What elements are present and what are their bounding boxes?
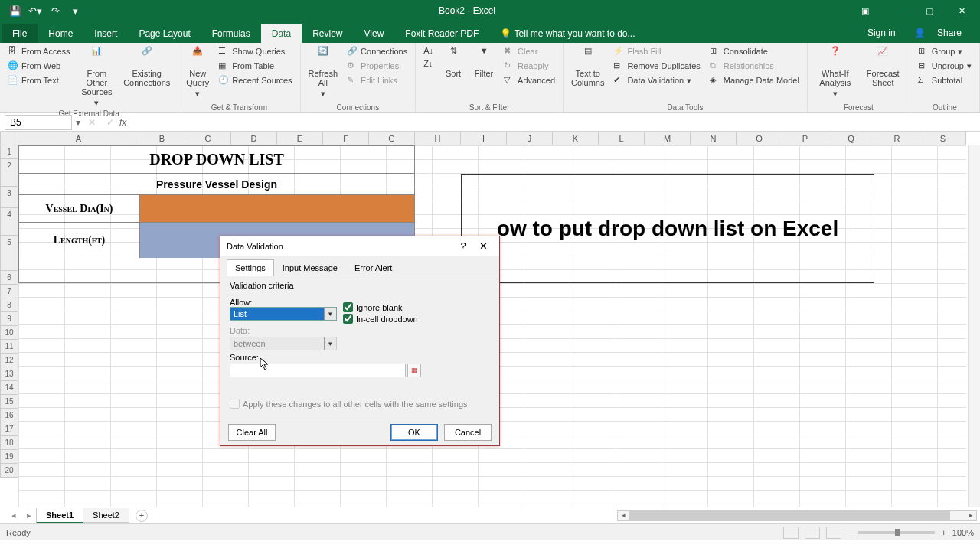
fx-icon[interactable]: fx	[119, 117, 135, 128]
text-box-note[interactable]: ow to put drop down list on Excel	[461, 174, 874, 283]
col-header-N[interactable]: N	[691, 132, 737, 145]
row-header-11[interactable]: 11	[0, 340, 18, 354]
whatif-button[interactable]: ❓What-If Analysis▾	[812, 44, 858, 99]
col-header-J[interactable]: J	[507, 132, 553, 145]
existing-connections-button[interactable]: 🔗Existing Connections	[120, 44, 173, 89]
undo-button[interactable]: ↶▾	[26, 2, 44, 19]
row-header-6[interactable]: 6	[0, 271, 18, 285]
tab-file[interactable]: File	[2, 24, 38, 43]
manage-data-model-button[interactable]: ◈Manage Data Model	[707, 73, 802, 87]
col-header-O[interactable]: O	[737, 132, 782, 145]
from-text-button[interactable]: 📄From Text	[5, 73, 74, 87]
clear-all-button[interactable]: Clear All	[228, 424, 276, 441]
sheet-tab-sheet1[interactable]: Sheet1	[36, 508, 83, 523]
row-header-18[interactable]: 18	[0, 436, 18, 450]
name-box-dropdown[interactable]: ▾	[74, 117, 83, 128]
apply-changes-checkbox[interactable]: Apply these changes to all other cells w…	[230, 399, 468, 409]
row-header-4[interactable]: 4	[0, 208, 18, 236]
row-header-17[interactable]: 17	[0, 422, 18, 436]
col-header-M[interactable]: M	[645, 132, 691, 145]
row-header-1[interactable]: 1	[0, 145, 18, 159]
select-all-corner[interactable]	[0, 132, 18, 145]
qat-customize[interactable]: ▾	[66, 2, 84, 19]
view-normal-button[interactable]	[783, 527, 799, 539]
dialog-tab-error-alert[interactable]: Error Alert	[346, 259, 401, 276]
cancel-formula-icon[interactable]: ✕	[83, 117, 101, 128]
col-header-R[interactable]: R	[874, 132, 920, 145]
row-header-2[interactable]: 2	[0, 159, 18, 187]
vertical-scrollbar[interactable]	[968, 145, 980, 507]
col-header-K[interactable]: K	[553, 132, 599, 145]
row-header-7[interactable]: 7	[0, 285, 18, 298]
properties-button[interactable]: ⚙Properties	[344, 59, 410, 73]
row-header-13[interactable]: 13	[0, 367, 18, 381]
enter-formula-icon[interactable]: ✓	[101, 117, 119, 128]
share-button[interactable]: 👤 Share	[905, 23, 980, 43]
connections-button[interactable]: 🔗Connections	[344, 44, 410, 58]
row-header-5[interactable]: 5	[0, 236, 18, 271]
sheet-tab-sheet2[interactable]: Sheet2	[83, 508, 129, 523]
tab-foxit[interactable]: Foxit Reader PDF	[394, 24, 489, 43]
sort-za-button[interactable]: Z↓	[420, 57, 436, 70]
col-header-F[interactable]: F	[323, 132, 369, 145]
col-header-I[interactable]: I	[461, 132, 507, 145]
horizontal-scrollbar[interactable]: ◂▸	[617, 510, 977, 521]
close-window-button[interactable]: ✕	[946, 0, 977, 21]
cell-subtitle[interactable]: Pressure Vessel Design	[19, 174, 414, 195]
view-page-layout-button[interactable]	[805, 527, 820, 539]
zoom-out-button[interactable]: −	[848, 528, 852, 537]
dialog-help-button[interactable]: ?	[453, 238, 473, 255]
row-header-19[interactable]: 19	[0, 450, 18, 464]
sort-button[interactable]: ⇅Sort	[439, 44, 467, 80]
text-to-columns-button[interactable]: ▤Text to Columns	[568, 44, 607, 89]
col-header-C[interactable]: C	[185, 132, 231, 145]
sheet-nav-next[interactable]: ▸	[21, 510, 37, 520]
tab-page-layout[interactable]: Page Layout	[128, 24, 201, 43]
row-header-3[interactable]: 3	[0, 187, 18, 208]
col-header-L[interactable]: L	[599, 132, 645, 145]
from-web-button[interactable]: 🌐From Web	[5, 59, 74, 73]
col-header-S[interactable]: S	[920, 132, 966, 145]
row-header-16[interactable]: 16	[0, 409, 18, 422]
row-header-12[interactable]: 12	[0, 354, 18, 367]
add-sheet-button[interactable]: +	[136, 510, 148, 522]
filter-button[interactable]: ▼Filter	[470, 44, 498, 80]
recent-sources-button[interactable]: 🕘Recent Sources	[215, 73, 295, 87]
minimize-button[interactable]: ─	[882, 0, 913, 21]
from-table-button[interactable]: ▦From Table	[215, 59, 295, 73]
tab-insert[interactable]: Insert	[83, 24, 128, 43]
save-button[interactable]: 💾	[6, 2, 24, 19]
from-other-sources-button[interactable]: 📊From Other Sources▾	[77, 44, 118, 109]
relationships-button[interactable]: ⧉Relationships	[707, 59, 802, 73]
col-header-B[interactable]: B	[139, 132, 185, 145]
remove-duplicates-button[interactable]: ⊟Remove Duplicates	[610, 59, 703, 73]
formula-input[interactable]	[135, 115, 980, 130]
row-header-14[interactable]: 14	[0, 381, 18, 395]
consolidate-button[interactable]: ⊞Consolidate	[707, 44, 802, 58]
reapply-button[interactable]: ↻Reapply	[501, 59, 558, 73]
zoom-in-button[interactable]: +	[941, 528, 946, 537]
tab-formulas[interactable]: Formulas	[201, 24, 261, 43]
maximize-button[interactable]: ▢	[914, 0, 945, 21]
allow-dropdown[interactable]: List▾	[230, 307, 337, 321]
cancel-button[interactable]: Cancel	[444, 424, 492, 441]
cell-value-vessel-dia[interactable]	[140, 195, 414, 222]
tab-view[interactable]: View	[354, 24, 395, 43]
cell-label-vessel-dia[interactable]: Vessel Dia(In)	[19, 195, 140, 222]
row-header-10[interactable]: 10	[0, 326, 18, 340]
cell-title[interactable]: DROP DOWN LIST	[19, 146, 414, 174]
signin-link[interactable]: Sign in	[858, 23, 905, 43]
row-header-15[interactable]: 15	[0, 395, 18, 409]
advanced-filter-button[interactable]: ▽Advanced	[501, 73, 558, 87]
in-cell-dropdown-checkbox[interactable]: In-cell dropdown	[343, 314, 418, 324]
from-access-button[interactable]: 🗄From Access	[5, 44, 74, 58]
col-header-Q[interactable]: Q	[828, 132, 874, 145]
new-query-button[interactable]: 📥New Query▾	[183, 44, 212, 99]
range-selector-button[interactable]: ▦	[407, 364, 421, 377]
zoom-slider[interactable]	[858, 531, 935, 534]
col-header-G[interactable]: G	[369, 132, 415, 145]
sheet-nav-prev[interactable]: ◂	[6, 510, 21, 520]
row-header-8[interactable]: 8	[0, 298, 18, 312]
row-header-9[interactable]: 9	[0, 312, 18, 326]
col-header-E[interactable]: E	[277, 132, 323, 145]
